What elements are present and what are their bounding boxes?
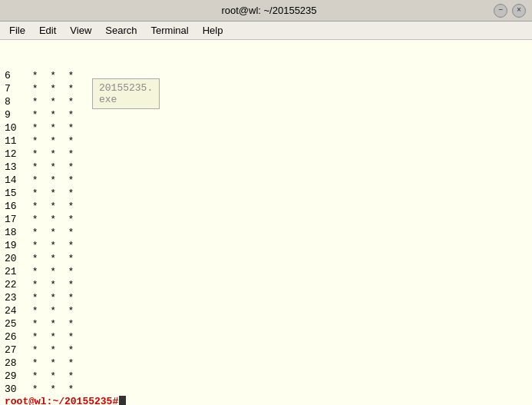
line-stars: * * * xyxy=(26,161,74,174)
table-row: 6 * * * xyxy=(5,69,527,82)
terminal-content: 6 * * *7 * * *8 * * *9 * * *10 * * *11 *… xyxy=(5,43,527,396)
line-number: 20 xyxy=(5,252,26,265)
menu-terminal[interactable]: Terminal xyxy=(145,23,195,38)
table-row: 27 * * * xyxy=(5,344,527,357)
line-number: 29 xyxy=(5,370,26,383)
line-number: 17 xyxy=(5,213,26,226)
line-stars: * * * xyxy=(26,278,74,291)
line-number: 19 xyxy=(5,239,26,252)
table-row: 28 * * * xyxy=(5,357,527,370)
table-row: 18 * * * xyxy=(5,226,527,239)
line-stars: * * * xyxy=(26,252,74,265)
line-number: 16 xyxy=(5,200,26,213)
cursor xyxy=(119,396,126,405)
line-number: 10 xyxy=(5,121,26,134)
prompt-line: root@wl:~/20155235# xyxy=(5,396,527,405)
line-number: 13 xyxy=(5,161,26,174)
line-stars: * * * xyxy=(26,108,74,121)
line-stars: * * * xyxy=(26,174,74,187)
close-button[interactable]: × xyxy=(512,4,526,18)
line-stars: * * * xyxy=(26,121,74,134)
line-stars: * * * xyxy=(26,213,74,226)
menu-search[interactable]: Search xyxy=(99,23,143,38)
table-row: 25 * * * xyxy=(5,317,527,330)
line-number: 18 xyxy=(5,226,26,239)
menu-help[interactable]: Help xyxy=(197,23,230,38)
line-number: 24 xyxy=(5,304,26,317)
table-row: 11 * * * xyxy=(5,134,527,148)
line-stars: * * * xyxy=(26,370,74,383)
table-row: 19 * * * xyxy=(5,239,527,252)
title-bar: root@wl: ~/20155235 − × xyxy=(0,0,532,22)
table-row: 10 * * * xyxy=(5,121,527,134)
line-number: 12 xyxy=(5,148,26,161)
table-row: 8 * * * xyxy=(5,95,527,108)
line-stars: * * * xyxy=(26,148,74,161)
line-number: 15 xyxy=(5,187,26,200)
line-number: 25 xyxy=(5,317,26,330)
line-number: 9 xyxy=(5,108,26,121)
line-stars: * * * xyxy=(26,82,74,95)
table-row: 13 * * * xyxy=(5,161,527,174)
line-number: 8 xyxy=(5,95,26,108)
line-number: 7 xyxy=(5,82,26,95)
line-number: 30 xyxy=(5,383,26,396)
table-row: 20 * * * xyxy=(5,252,527,265)
title-bar-title: root@wl: ~/20155235 xyxy=(45,5,494,16)
table-row: 9 * * * xyxy=(5,108,527,121)
minimize-button[interactable]: − xyxy=(494,4,507,18)
terminal-area[interactable]: 20155235. exe 6 * * *7 * * *8 * * *9 * *… xyxy=(0,40,532,405)
line-number: 11 xyxy=(5,134,26,148)
line-stars: * * * xyxy=(26,344,74,357)
line-stars: * * * xyxy=(26,357,74,370)
line-stars: * * * xyxy=(26,226,74,239)
line-number: 23 xyxy=(5,291,26,304)
line-stars: * * * xyxy=(26,69,74,82)
line-number: 22 xyxy=(5,278,26,291)
line-stars: * * * xyxy=(26,134,74,148)
table-row: 30 * * * xyxy=(5,383,527,396)
table-row: 29 * * * xyxy=(5,370,527,383)
table-row: 12 * * * xyxy=(5,148,527,161)
line-stars: * * * xyxy=(26,317,74,330)
line-stars: * * * xyxy=(26,304,74,317)
table-row: 14 * * * xyxy=(5,174,527,187)
menu-edit[interactable]: Edit xyxy=(33,23,62,38)
table-row: 24 * * * xyxy=(5,304,527,317)
table-row: 15 * * * xyxy=(5,187,527,200)
table-row: 23 * * * xyxy=(5,291,527,304)
menu-bar: File Edit View Search Terminal Help xyxy=(0,22,532,40)
line-stars: * * * xyxy=(26,95,74,108)
table-row: 16 * * * xyxy=(5,200,527,213)
line-stars: * * * xyxy=(26,383,74,396)
prompt-symbol: # xyxy=(112,396,118,405)
line-stars: * * * xyxy=(26,239,74,252)
line-number: 14 xyxy=(5,174,26,187)
line-number: 6 xyxy=(5,69,26,82)
line-number: 21 xyxy=(5,265,26,278)
table-row: 21 * * * xyxy=(5,265,527,278)
line-stars: * * * xyxy=(26,187,74,200)
line-number: 28 xyxy=(5,357,26,370)
table-row: 7 * * * xyxy=(5,82,527,95)
line-stars: * * * xyxy=(26,330,74,344)
table-row: 26 * * * xyxy=(5,330,527,344)
table-row: 22 * * * xyxy=(5,278,527,291)
prompt-text: root@wl:~/20155235 xyxy=(5,396,112,405)
line-stars: * * * xyxy=(26,200,74,213)
menu-view[interactable]: View xyxy=(64,23,97,38)
line-number: 27 xyxy=(5,344,26,357)
menu-file[interactable]: File xyxy=(3,23,31,38)
title-bar-controls: − × xyxy=(494,4,526,18)
line-number: 26 xyxy=(5,330,26,344)
line-stars: * * * xyxy=(26,291,74,304)
line-stars: * * * xyxy=(26,265,74,278)
table-row: 17 * * * xyxy=(5,213,527,226)
